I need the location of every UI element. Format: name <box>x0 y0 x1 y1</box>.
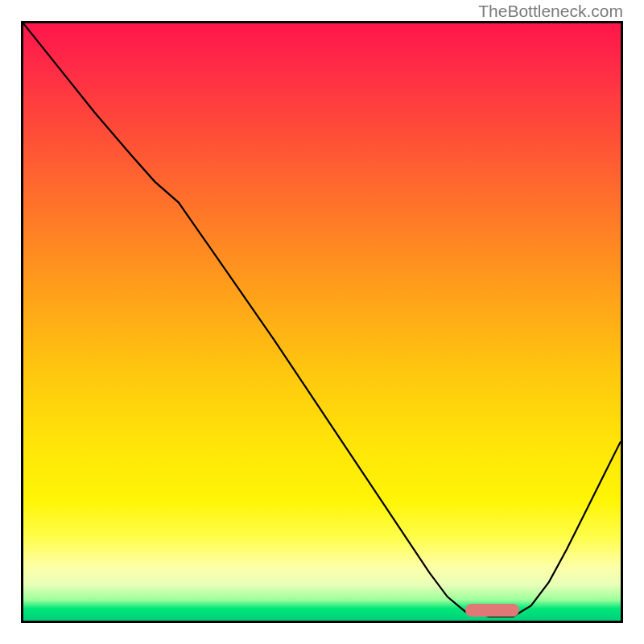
watermark-text: TheBottleneck.com <box>478 2 623 21</box>
chart-container: TheBottleneck.com <box>0 0 644 644</box>
plot-area <box>21 21 623 623</box>
gradient-background <box>23 23 621 621</box>
optimal-range-marker <box>465 604 519 617</box>
